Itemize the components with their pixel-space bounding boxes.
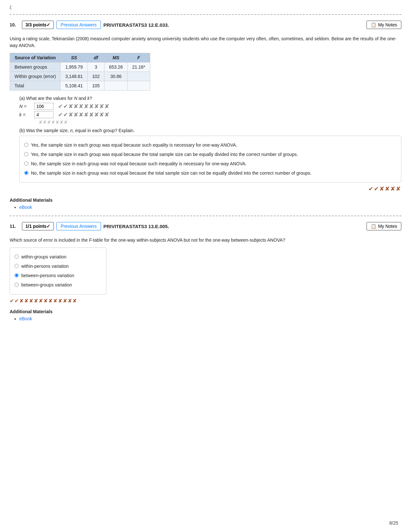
q10-option-2-text: Yes, the sample size in each group was e… <box>31 151 298 158</box>
q10-body: Using a rating scale, Tekinarslan (2008)… <box>10 32 401 213</box>
q10-prev-answers-button[interactable]: Previous Answers <box>56 21 101 29</box>
q11-option-2-text: within-persons variation <box>21 263 69 270</box>
row1-ms: 653.26 <box>104 63 128 72</box>
q11-option-3: between-persons variation <box>15 272 102 279</box>
q11-prev-answers-button[interactable]: Previous Answers <box>56 222 101 230</box>
q11-radio-1[interactable] <box>15 255 19 259</box>
q11-my-notes-button[interactable]: 📋 My Notes <box>367 222 401 230</box>
row2-f <box>128 72 150 81</box>
q10-answer-icons: ✔✔✘✘✘✘ <box>19 185 401 192</box>
row3-ss: 5,108.41 <box>61 81 88 91</box>
q10-radio-4[interactable] <box>24 171 28 175</box>
q11-header: 11. 1/1 points✓ Previous Answers PRIVITE… <box>10 219 401 234</box>
q10-option-1-text: Yes, the sample size in each group was e… <box>31 142 237 149</box>
col-ss: SS <box>61 53 88 63</box>
q10-option-4: No, the sample size in each group was no… <box>24 170 396 177</box>
row1-df: 3 <box>87 63 104 72</box>
row2-source: Within groups (error) <box>10 72 61 81</box>
n-input[interactable] <box>34 103 54 110</box>
q11-option-2: within-persons variation <box>15 263 102 270</box>
q10-additional-materials: Additional Materials eBook <box>10 198 401 210</box>
col-f: F <box>128 53 150 63</box>
q11-radio-options: within-groups variation within-persons v… <box>10 247 106 295</box>
q11-option-3-text: between-persons variation <box>21 272 74 279</box>
row1-f: 21.16* <box>128 63 150 72</box>
q11-option-4: between-groups variation <box>15 282 102 288</box>
row1-ss: 1,959.79 <box>61 63 88 72</box>
k-label: k = <box>19 112 32 117</box>
q11-radio-4[interactable] <box>15 283 19 287</box>
q11-code: PRIVITERASTATS3 13.E.005. <box>103 224 364 229</box>
q11-number: 11. <box>10 224 19 229</box>
question-10: 10. 3/3 points✓ Previous Answers PRIVITE… <box>10 17 401 213</box>
q10-radio-1[interactable] <box>24 143 28 147</box>
top-divider <box>10 14 401 15</box>
anova-table: Source of Variation SS df MS F Between g… <box>10 53 150 91</box>
q11-ebook-link[interactable]: eBook <box>19 316 32 321</box>
n-row: N = ✔✔✘✘✘✘✘✘✘✘ <box>19 103 401 110</box>
table-row: Total 5,108.41 105 <box>10 81 150 91</box>
q11-additional-label: Additional Materials <box>10 309 53 314</box>
note-icon-q11: 📋 <box>371 224 376 229</box>
q11-points-button[interactable]: 1/1 points✓ <box>22 222 54 230</box>
col-df: df <box>87 53 104 63</box>
row2-ms: 30.86 <box>104 72 128 81</box>
row3-f <box>128 81 150 91</box>
nk-inputs: N = ✔✔✘✘✘✘✘✘✘✘ k = ✔✔✘✘✘✘✘✘✘✘ ✘✘✘✘✘✘✘ <box>19 103 401 125</box>
q11-radio-2[interactable] <box>15 264 19 268</box>
q10-intro: Using a rating scale, Tekinarslan (2008)… <box>10 35 401 49</box>
q11-score-icons: ✔✔✘✘✘✘✘✘✘✘✘✘✘✘ <box>10 298 77 304</box>
note-icon: 📋 <box>371 22 376 27</box>
k-icon-strip: ✔✔✘✘✘✘✘✘✘✘ <box>58 111 110 118</box>
part-b-label: (b) Was the sample size, n, equal in eac… <box>19 128 401 133</box>
row2-df: 102 <box>87 72 104 81</box>
q10-option-2: Yes, the sample size in each group was e… <box>24 151 396 158</box>
k-row: k = ✔✔✘✘✘✘✘✘✘✘ <box>19 111 401 118</box>
q10-additional-label: Additional Materials <box>10 198 53 203</box>
row3-df: 105 <box>87 81 104 91</box>
row3-ms <box>104 81 128 91</box>
q11-option-1-text: within-groups variation <box>21 254 66 260</box>
question-11: 11. 1/1 points✓ Previous Answers PRIVITE… <box>10 219 401 324</box>
q11-radio-3[interactable] <box>15 273 19 277</box>
q10-option-4-text: No, the sample size in each group was no… <box>31 170 311 177</box>
n-icon-strip: ✔✔✘✘✘✘✘✘✘✘ <box>58 103 110 110</box>
extra-icon-strip: ✘✘✘✘✘✘✘ <box>39 120 68 125</box>
q10-my-notes-button[interactable]: 📋 My Notes <box>367 21 401 29</box>
col-source: Source of Variation <box>10 53 61 63</box>
q10-option-3: No, the sample size in each group was no… <box>24 160 396 167</box>
q10-option-3-text: No, the sample size in each group was no… <box>31 160 247 167</box>
q10-option-1: Yes, the sample size in each group was e… <box>24 142 396 149</box>
table-row: Within groups (error) 3,148.61 102 30.86 <box>10 72 150 81</box>
col-ms: MS <box>104 53 128 63</box>
row3-source: Total <box>10 81 61 91</box>
top-label: ζ <box>10 3 401 12</box>
row1-source: Between groups <box>10 63 61 72</box>
q10-points-button[interactable]: 3/3 points✓ <box>22 21 54 29</box>
q10-header: 10. 3/3 points✓ Previous Answers PRIVITE… <box>10 17 401 32</box>
q11-question-text: Which source of error is included in the… <box>10 237 401 244</box>
q11-score-icons-row: ✔✔✘✘✘✘✘✘✘✘✘✘✘✘ <box>10 298 401 304</box>
q11-body: Which source of error is included in the… <box>10 234 401 324</box>
q11-option-1: within-groups variation <box>15 254 102 260</box>
k-input[interactable] <box>34 111 54 118</box>
page-number: 8/25 <box>389 520 398 526</box>
q10-code: PRIVITERASTATS3 12.E.033. <box>103 22 364 28</box>
q11-additional-materials: Additional Materials eBook <box>10 309 401 321</box>
q10-number: 10. <box>10 22 19 27</box>
q10-radio-options: Yes, the sample size in each group was e… <box>19 136 401 183</box>
q10-radio-3[interactable] <box>24 161 28 166</box>
row2-ss: 3,148.61 <box>61 72 88 81</box>
q10-part-a: (a) What are the values for N and k? N =… <box>19 96 401 125</box>
mid-divider <box>10 216 401 216</box>
q10-ebook-link[interactable]: eBook <box>19 205 32 210</box>
q10-radio-2[interactable] <box>24 152 28 156</box>
part-a-label: (a) What are the values for N and k? <box>19 96 401 101</box>
q10-score-icons: ✔✔✘✘✘✘ <box>368 185 401 192</box>
n-label: N = <box>19 104 32 109</box>
q11-option-4-text: between-groups variation <box>21 282 72 288</box>
q10-part-b: (b) Was the sample size, n, equal in eac… <box>19 128 401 192</box>
table-row: Between groups 1,959.79 3 653.26 21.16* <box>10 63 150 72</box>
